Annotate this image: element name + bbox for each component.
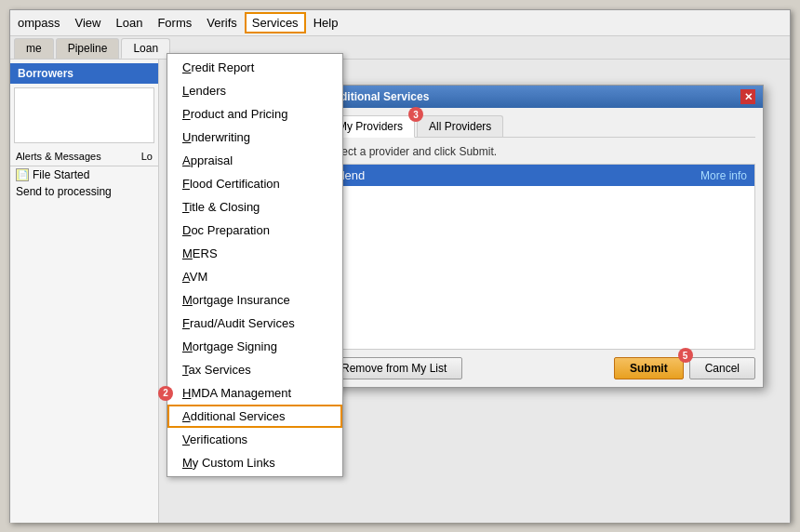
menu-view[interactable]: View bbox=[68, 13, 109, 33]
borrowers-area bbox=[14, 87, 154, 143]
alerts-label: Alerts & Messages bbox=[16, 151, 101, 162]
remove-from-list-button[interactable]: Remove from My List bbox=[326, 357, 462, 379]
dropdown-title-closing[interactable]: Title & Closing bbox=[167, 195, 342, 219]
menu-forms[interactable]: Forms bbox=[150, 13, 199, 33]
provider-blend[interactable]: Blend More info 4 bbox=[327, 165, 754, 186]
send-to-processing-label: Send to processing bbox=[16, 185, 112, 198]
dialog-close-button[interactable]: ✕ bbox=[740, 89, 755, 104]
tab-home[interactable]: me bbox=[14, 38, 54, 59]
dropdown-product-pricing[interactable]: Product and Pricing bbox=[167, 102, 342, 126]
dialog-titlebar: Additional Services ✕ bbox=[318, 86, 763, 108]
submit-btn-wrapper: Submit 5 bbox=[614, 357, 684, 379]
dialog-instruction: Select a provider and click Submit. bbox=[326, 145, 755, 158]
dropdown-mortgage-signing[interactable]: Mortgage Signing bbox=[167, 335, 342, 358]
dropdown-underwriting[interactable]: Underwriting bbox=[167, 126, 342, 149]
additional-services-dialog: Additional Services ✕ My Providers 3 All… bbox=[317, 85, 764, 388]
dropdown-hmda[interactable]: HMDA Management 2 bbox=[167, 381, 342, 405]
menu-help[interactable]: Help bbox=[306, 13, 346, 33]
dialog-tabs: My Providers 3 All Providers bbox=[326, 115, 755, 138]
dropdown-additional-services[interactable]: Additional Services bbox=[167, 405, 342, 428]
tab-pipeline[interactable]: Pipeline bbox=[56, 38, 120, 59]
file-started-item[interactable]: 📄 File Started bbox=[10, 166, 158, 183]
main-window: ompass View Loan Forms Verifs Services H… bbox=[9, 9, 791, 523]
tabbar: me Pipeline Loan bbox=[10, 36, 790, 60]
dropdown-mortgage-insurance[interactable]: Mortgage Insurance bbox=[167, 288, 342, 312]
menu-verifs[interactable]: Verifs bbox=[199, 13, 245, 33]
tab-all-providers[interactable]: All Providers bbox=[417, 115, 503, 137]
send-to-processing-item[interactable]: Send to processing bbox=[10, 183, 158, 200]
dropdown-verifications[interactable]: Verifications bbox=[167, 428, 342, 451]
dropdown-flood-cert[interactable]: Flood Certification bbox=[167, 172, 342, 195]
dropdown-appraisal[interactable]: Appraisal bbox=[167, 149, 342, 172]
borrowers-header: Borrowers bbox=[10, 63, 158, 84]
provider-list[interactable]: Blend More info 4 bbox=[326, 164, 755, 350]
dropdown-fraud-audit[interactable]: Fraud/Audit Services bbox=[167, 312, 342, 335]
dropdown-lenders[interactable]: Lenders bbox=[167, 79, 342, 102]
dropdown-tax-services[interactable]: Tax Services bbox=[167, 358, 342, 381]
dropdown-avm[interactable]: AVM bbox=[167, 265, 342, 288]
dropdown-custom-links[interactable]: My Custom Links bbox=[167, 451, 342, 474]
step5-badge: 5 bbox=[678, 348, 693, 363]
more-info-link[interactable]: More info bbox=[700, 169, 747, 182]
dropdown-mers[interactable]: MERS bbox=[167, 242, 342, 265]
step3-badge: 3 bbox=[408, 107, 423, 122]
dialog-footer: Remove from My List Submit 5 Cancel bbox=[326, 357, 755, 379]
file-started-label: File Started bbox=[33, 168, 89, 181]
dialog-body: My Providers 3 All Providers Select a pr… bbox=[318, 108, 763, 387]
tab-loan[interactable]: Loan bbox=[121, 38, 170, 59]
dropdown-doc-prep[interactable]: Doc Preparation bbox=[167, 219, 342, 242]
menubar: ompass View Loan Forms Verifs Services H… bbox=[10, 10, 790, 36]
alerts-section: Alerts & Messages Lo bbox=[10, 147, 158, 166]
sidebar: Borrowers Alerts & Messages Lo 📄 File St… bbox=[10, 60, 159, 523]
file-icon: 📄 bbox=[16, 168, 29, 181]
submit-button[interactable]: Submit bbox=[614, 357, 684, 379]
menu-compass[interactable]: ompass bbox=[10, 13, 68, 33]
cancel-button[interactable]: Cancel bbox=[689, 357, 755, 379]
step2-badge: 2 bbox=[158, 386, 173, 401]
alerts-row: Alerts & Messages Lo bbox=[16, 151, 153, 162]
services-dropdown: Credit Report Lenders Product and Pricin… bbox=[167, 53, 343, 477]
menu-loan[interactable]: Loan bbox=[108, 13, 150, 33]
loan-label: Lo bbox=[141, 151, 153, 162]
menu-services[interactable]: Services bbox=[245, 12, 306, 33]
dropdown-credit-report[interactable]: Credit Report bbox=[167, 56, 342, 79]
